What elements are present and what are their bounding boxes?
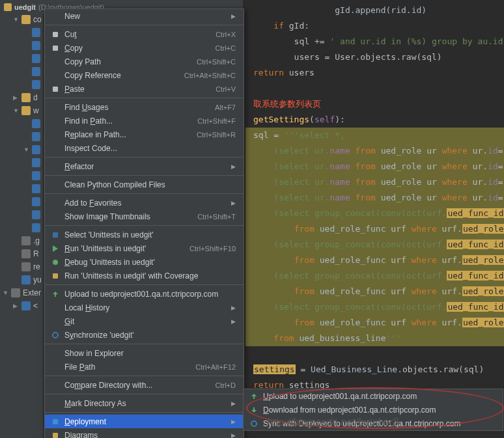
tree-row[interactable]	[0, 39, 43, 52]
py-icon	[32, 54, 40, 63]
code-line[interactable]: from ued_role_func urf where urf.ued_rol…	[245, 253, 504, 268]
menu-item-compare-directory-with[interactable]: Compare Directory with...Ctrl+D	[45, 378, 244, 392]
blank-icon	[50, 380, 61, 390]
code-line[interactable]: from ued_role_func urf where urf.ued_rol…	[245, 221, 504, 237]
menu-item-refactor[interactable]: Refactor▶	[45, 159, 244, 173]
tree-row[interactable]	[0, 78, 43, 91]
submenu-item-download[interactable]: Download from uedproject001.qa.nt.ctripc…	[244, 403, 503, 417]
menu-item-file-path[interactable]: File PathCtrl+Alt+F12	[45, 360, 244, 374]
menu-item-diagrams[interactable]: Diagrams▶	[45, 428, 244, 438]
paste-icon	[50, 84, 61, 94]
tree-row[interactable]: .g	[0, 234, 43, 247]
code-line[interactable]: from ued_role_func urf where urf.ued_rol…	[245, 315, 504, 331]
blank-icon	[50, 362, 61, 372]
menu-separator	[45, 193, 244, 194]
menu-item-find-in-path[interactable]: Find in Path...Ctrl+Shift+F	[45, 114, 244, 128]
tree-row[interactable]: ▶<	[0, 299, 43, 312]
menu-separator	[45, 225, 244, 226]
code-line[interactable]: (select ur.name from ued_role ur where u…	[245, 159, 504, 174]
tree-label: Exter	[23, 288, 41, 297]
tree-row[interactable]	[0, 208, 43, 221]
menu-item-clean-python-compiled-files[interactable]: Clean Python Compiled Files	[45, 178, 244, 191]
tree-row[interactable]: R	[0, 247, 43, 260]
sync-icon	[50, 330, 61, 340]
code-line[interactable]: 取系统参数列表页	[245, 96, 504, 112]
deployment-submenu[interactable]: Upload to uedproject001.qa.nt.ctripcorp.…	[243, 389, 503, 431]
menu-label: Show in Explorer	[64, 349, 236, 358]
tree-row[interactable]	[0, 182, 43, 195]
code-line[interactable]: sql = '''select *,	[245, 128, 504, 143]
project-tree-panel[interactable]: ▼co▶d▼w▼.gRreyu▼Exter▶<	[0, 0, 44, 438]
tree-arrow-icon: ▼	[3, 290, 8, 296]
menu-item-new[interactable]: New▶	[45, 9, 244, 23]
menu-item-show-in-explorer[interactable]: Show in Explorer	[45, 346, 244, 360]
tree-row[interactable]	[0, 130, 43, 143]
code-line[interactable]: settings = Ued_Business_Line.objects.raw…	[245, 362, 504, 377]
code-line[interactable]: users = User.objects.raw(sql)	[245, 49, 504, 65]
code-line[interactable]: (select group_concat(conv(oct(urf.ued_fu…	[245, 206, 504, 221]
context-menu[interactable]: New▶CutCtrl+XCopyCtrl+CCopy PathCtrl+Shi…	[44, 8, 244, 438]
code-line[interactable]: (select ur.name from ued_role ur where u…	[245, 143, 504, 159]
menu-item-paste[interactable]: PasteCtrl+V	[45, 82, 244, 96]
menu-item-find-usages[interactable]: Find UsagesAlt+F7	[45, 100, 244, 114]
tree-row[interactable]: ▼co	[0, 13, 43, 26]
tree-row[interactable]	[0, 195, 43, 208]
menu-item-debug-unittests-in-uedgit[interactable]: Debug 'Unittests in uedgit'	[45, 255, 244, 269]
py-icon	[32, 119, 40, 128]
menu-item-copy-reference[interactable]: Copy ReferenceCtrl+Alt+Shift+C	[45, 68, 244, 82]
menu-item-run-unittests-in-uedgit-with-coverage[interactable]: Run 'Unittests in uedgit' with Coverage	[45, 269, 244, 282]
code-line[interactable]: (select group_concat(conv(oct(urf.ued_fu…	[245, 299, 504, 315]
tree-row[interactable]	[0, 52, 43, 65]
menu-item-upload-to-uedproject001-qa-nt-ctripcorp-com[interactable]: Upload to uedproject001.qa.nt.ctripcorp.…	[45, 287, 244, 301]
tree-row[interactable]	[0, 117, 43, 130]
menu-shortcut: Ctrl+C	[216, 44, 236, 52]
submenu-item-sync[interactable]: Sync with Deployed to uedproject001.qa.n…	[244, 417, 503, 430]
menu-item-mark-directory-as[interactable]: Mark Directory As▶	[45, 396, 244, 410]
blank-icon	[50, 316, 61, 327]
tree-row[interactable]: ▼w	[0, 104, 43, 117]
code-line[interactable]: (select group_concat(conv(oct(urf.ued_fu…	[245, 237, 504, 253]
tree-row[interactable]	[0, 26, 43, 39]
menu-item-inspect-code[interactable]: Inspect Code...	[45, 141, 244, 155]
tree-row[interactable]: ▼	[0, 143, 43, 156]
menu-item-show-image-thumbnails[interactable]: Show Image ThumbnailsCtrl+Shift+T	[45, 210, 244, 223]
tree-row[interactable]: re	[0, 260, 43, 273]
menu-item-run-unittests-in-uedgit[interactable]: Run 'Unittests in uedgit'Ctrl+Shift+F10	[45, 241, 244, 255]
menu-item-local-history[interactable]: Local History▶	[45, 301, 244, 314]
code-line[interactable]: return users	[245, 65, 504, 81]
code-line[interactable]: getSettings(self):	[245, 112, 504, 128]
tree-row[interactable]: yu	[0, 273, 43, 286]
menu-item-git[interactable]: Git▶	[45, 314, 244, 328]
code-line[interactable]	[245, 346, 504, 362]
code-line[interactable]	[245, 81, 504, 96]
cut-icon	[50, 29, 61, 40]
menu-item-cut[interactable]: CutCtrl+X	[45, 27, 244, 41]
code-line[interactable]: gId.append(rid.id)	[245, 3, 504, 18]
tree-row[interactable]: ▼Exter	[0, 286, 43, 299]
menu-item-deployment[interactable]: Deployment▶	[45, 415, 244, 428]
code-line[interactable]: sql += ' and ur.id in (%s) group by au.i…	[245, 34, 504, 49]
tree-row[interactable]	[0, 169, 43, 182]
code-line[interactable]: (select ur.name from ued_role ur where u…	[245, 190, 504, 206]
tree-row[interactable]: ▶d	[0, 91, 43, 104]
tree-row[interactable]	[0, 156, 43, 169]
svg-rect-3	[53, 232, 58, 238]
menu-label: Diagrams	[64, 431, 227, 439]
code-line[interactable]: (select ur.name from ued_role ur where u…	[245, 174, 504, 190]
menu-item-replace-in-path[interactable]: Replace in Path...Ctrl+Shift+R	[45, 128, 244, 141]
tree-row[interactable]	[0, 65, 43, 78]
menu-item-select-unittests-in-uedgit[interactable]: Select 'Unittests in uedgit'	[45, 228, 244, 241]
code-line[interactable]: from ued_business_line'''	[245, 331, 504, 346]
code-editor[interactable]: gId.append(rid.id) if gId: sql += ' and …	[243, 0, 504, 438]
code-line[interactable]: (select group_concat(conv(oct(urf.ued_fu…	[245, 268, 504, 284]
tree-row[interactable]	[0, 221, 43, 234]
submenu-item-upload[interactable]: Upload to uedproject001.qa.nt.ctripcorp.…	[244, 389, 503, 403]
menu-item-copy-path[interactable]: Copy PathCtrl+Shift+C	[45, 55, 244, 68]
menu-item-copy[interactable]: CopyCtrl+C	[45, 41, 244, 55]
menu-item-add-to-favorites[interactable]: Add to Favorites▶	[45, 196, 244, 210]
code-line[interactable]: if gId:	[245, 18, 504, 34]
menu-shortcut: Ctrl+Alt+F12	[195, 363, 236, 371]
menu-shortcut: Ctrl+V	[216, 85, 236, 93]
code-line[interactable]: from ued_role_func urf where urf.ued_rol…	[245, 284, 504, 299]
menu-item-synchronize-uedgit[interactable]: Synchronize 'uedgit'	[45, 328, 244, 342]
